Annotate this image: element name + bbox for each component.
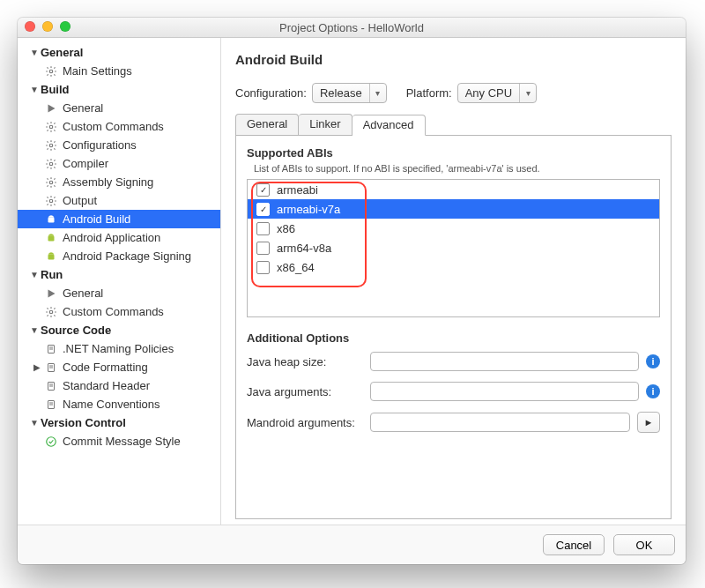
svg-point-6 — [49, 199, 53, 203]
gear-icon — [44, 138, 58, 153]
gear-icon — [44, 120, 58, 134]
android-icon — [44, 231, 58, 245]
tree-section[interactable]: ▼Version Control — [18, 413, 220, 432]
tab-bar: GeneralLinkerAdvanced — [235, 114, 672, 136]
info-icon[interactable]: i — [646, 354, 660, 368]
tree-item-label: Android Application — [63, 231, 160, 244]
abi-checkbox[interactable] — [256, 222, 270, 235]
tree-item-label: Standard Header — [63, 379, 150, 392]
abi-row[interactable]: arm64-v8a — [248, 238, 659, 257]
abi-row[interactable]: ✓armeabi — [248, 180, 659, 199]
abi-checkbox[interactable]: ✓ — [256, 203, 270, 216]
svg-point-0 — [49, 70, 53, 73]
tab-general[interactable]: General — [235, 114, 299, 135]
doc-icon — [44, 379, 58, 393]
tree-item[interactable]: Name Conventions — [18, 395, 220, 413]
tree-section[interactable]: ▼Run — [18, 265, 220, 284]
tree-item[interactable]: Assembly Signing — [18, 173, 220, 191]
java-heap-label: Java heap size: — [247, 355, 363, 368]
svg-point-2 — [49, 125, 53, 129]
check-icon — [44, 435, 58, 449]
abi-label: x86_64 — [277, 261, 315, 274]
mandroid-args-input[interactable] — [370, 413, 630, 432]
tree-item[interactable]: Android Application — [18, 228, 220, 247]
tab-advanced[interactable]: Advanced — [352, 115, 426, 136]
supported-abis-subtext: List of ABIs to support. If no ABI is sp… — [254, 163, 660, 174]
tree-item[interactable]: Compiler — [18, 154, 220, 173]
tree-item-label: .NET Naming Policies — [63, 342, 174, 355]
tree-item[interactable]: ▶Code Formatting — [18, 358, 220, 376]
tree-item-label: Commit Message Style — [63, 435, 181, 448]
svg-rect-7 — [48, 217, 55, 222]
play-icon — [44, 101, 58, 115]
tree-item[interactable]: Android Package Signing — [18, 247, 220, 265]
tree-item-label: General — [63, 101, 103, 115]
tree-item-label: Custom Commands — [63, 305, 164, 318]
abi-list[interactable]: ✓armeabi✓armeabi-v7ax86arm64-v8ax86_64 — [247, 179, 660, 317]
tree-item[interactable]: General — [18, 284, 220, 302]
java-heap-input[interactable] — [370, 352, 639, 371]
platform-label: Platform: — [406, 86, 452, 100]
doc-icon — [44, 342, 58, 356]
java-args-input[interactable] — [370, 382, 639, 401]
zoom-window-button[interactable] — [60, 21, 70, 32]
tree-item[interactable]: Custom Commands — [18, 302, 220, 321]
info-icon[interactable]: i — [646, 384, 660, 398]
tree-item[interactable]: Commit Message Style — [18, 432, 220, 450]
tree-section[interactable]: ▼Build — [18, 80, 220, 99]
tree-item[interactable]: General — [18, 99, 220, 117]
gear-icon — [44, 175, 58, 190]
doc-icon — [44, 398, 58, 412]
window-title: Project Options - HelloWorld — [18, 21, 686, 34]
titlebar: Project Options - HelloWorld — [18, 18, 686, 38]
abi-row[interactable]: ✓armeabi-v7a — [248, 199, 659, 219]
cancel-button[interactable]: Cancel — [543, 534, 605, 555]
tree-item-label: Assembly Signing — [63, 175, 153, 189]
tree-item-label: Android Package Signing — [63, 249, 191, 263]
chevron-down-icon: ▾ — [519, 84, 536, 102]
gear-icon — [44, 64, 58, 78]
main-pane: Android Build Configuration: Release ▾ P… — [221, 38, 686, 525]
additional-options-heading: Additional Options — [247, 331, 660, 345]
tree-section[interactable]: ▼Source Code — [18, 321, 220, 339]
svg-point-3 — [49, 144, 53, 147]
abi-row[interactable]: x86_64 — [248, 257, 659, 277]
tab-linker[interactable]: Linker — [299, 114, 352, 135]
tree-item-label: Configurations — [63, 138, 137, 152]
configuration-select[interactable]: Release ▾ — [312, 83, 387, 103]
abi-checkbox[interactable] — [256, 242, 270, 255]
dialog-footer: Cancel OK — [18, 525, 686, 564]
chevron-down-icon: ▾ — [369, 84, 386, 102]
tree-item[interactable]: Android Build — [18, 210, 220, 228]
project-options-window: Project Options - HelloWorld ▼GeneralMai… — [18, 18, 686, 564]
abi-checkbox[interactable]: ✓ — [256, 183, 270, 197]
tree-item[interactable]: Main Settings — [18, 62, 220, 80]
abi-label: x86 — [277, 222, 295, 235]
tree-item-label: Compiler — [63, 157, 108, 170]
gear-icon — [44, 194, 58, 208]
abi-row[interactable]: x86 — [248, 219, 659, 238]
minimize-window-button[interactable] — [42, 21, 53, 32]
disclosure-triangle-icon: ▼ — [30, 325, 39, 335]
tree-item[interactable]: Configurations — [18, 136, 220, 154]
tree-item-label: Code Formatting — [63, 361, 148, 374]
disclosure-triangle-icon: ▼ — [30, 270, 39, 279]
options-tree[interactable]: ▼GeneralMain Settings▼BuildGeneralCustom… — [18, 38, 221, 525]
abi-checkbox[interactable] — [256, 261, 270, 274]
play-icon — [44, 287, 58, 301]
java-args-label: Java arguments: — [247, 385, 363, 398]
abi-label: armeabi — [277, 183, 318, 197]
configuration-label: Configuration: — [235, 86, 307, 100]
mandroid-args-browse-button[interactable]: ► — [637, 412, 660, 433]
tree-item[interactable]: Standard Header — [18, 376, 220, 395]
platform-select[interactable]: Any CPU ▾ — [457, 83, 537, 103]
ok-button[interactable]: OK — [613, 534, 675, 555]
svg-rect-13 — [48, 254, 55, 259]
tree-item[interactable]: Output — [18, 191, 220, 210]
tree-section[interactable]: ▼General — [18, 43, 220, 62]
tree-item[interactable]: .NET Naming Policies — [18, 339, 220, 358]
close-window-button[interactable] — [25, 21, 35, 32]
tree-item-label: Custom Commands — [63, 120, 164, 133]
tree-item[interactable]: Custom Commands — [18, 117, 220, 136]
svg-point-5 — [49, 181, 53, 184]
